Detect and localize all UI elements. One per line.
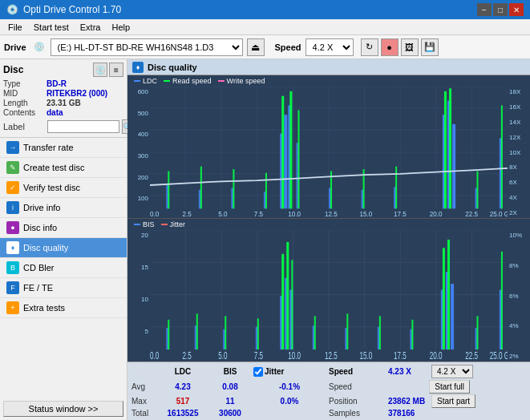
- svg-rect-33: [233, 169, 234, 208]
- disc-length-row: Length 23.31 GB: [3, 99, 123, 107]
- nav-extra-tests[interactable]: + Extra tests: [0, 298, 127, 318]
- start-full-btn-wrap: Start full: [388, 380, 470, 394]
- avg-speed-label: Speed: [329, 382, 385, 391]
- speed-dropdown-select[interactable]: 4.2 X: [431, 365, 473, 378]
- data-header-bis: BIS: [210, 367, 250, 376]
- svg-rect-32: [200, 167, 202, 209]
- svg-rect-20: [284, 115, 287, 208]
- bottom-chart-svg: 0.0 2.5 5.0 7.5 10.0 12.5 15.0 17.5 20.0…: [150, 230, 508, 361]
- jitter-legend-dot: [161, 224, 168, 225]
- bottom-y-axis-left: 20 15 10 5: [127, 230, 150, 361]
- disc-label-input[interactable]: [47, 120, 119, 133]
- svg-text:10.0: 10.0: [288, 350, 301, 361]
- total-ldc: 1613525: [159, 409, 207, 418]
- sidebar: Disc 💿 ≡ Type BD-R MID RITEKBR2 (000) Le…: [0, 59, 127, 420]
- ldc-legend-label: LDC: [143, 77, 157, 85]
- nav-disc-info[interactable]: ● Disc info: [0, 218, 127, 238]
- menu-extra[interactable]: Extra: [75, 22, 106, 33]
- toolbar-icon-4[interactable]: 💾: [421, 38, 439, 56]
- svg-text:5.0: 5.0: [218, 209, 227, 218]
- read-legend-label: Read speed: [172, 77, 212, 85]
- svg-rect-96: [443, 248, 445, 349]
- svg-text:7.5: 7.5: [254, 209, 263, 218]
- toolbar-icon-3[interactable]: 🖼: [401, 38, 419, 56]
- minimize-button[interactable]: −: [477, 3, 492, 16]
- bottom-chart-area: 20 15 10 5: [127, 230, 530, 361]
- svg-text:25.0 GB: 25.0 GB: [490, 350, 508, 361]
- svg-rect-36: [289, 91, 292, 208]
- svg-rect-35: [281, 96, 284, 209]
- jitter-checkbox[interactable]: [253, 367, 263, 377]
- avg-jitter: -0.1%: [253, 382, 326, 391]
- disc-contents-value: data: [47, 108, 63, 117]
- svg-text:25.0 GB: 25.0 GB: [490, 209, 508, 218]
- svg-rect-92: [314, 316, 316, 349]
- menu-help[interactable]: Help: [107, 22, 135, 33]
- svg-rect-44: [501, 105, 503, 208]
- start-part-button[interactable]: Start part: [431, 394, 475, 408]
- svg-text:10.0: 10.0: [288, 209, 301, 218]
- svg-rect-87: [225, 316, 226, 349]
- disc-length-label: Length: [3, 99, 45, 107]
- create-test-icon: ✎: [6, 161, 19, 174]
- drive-toolbar: Drive 💿 (E:) HL-DT-ST BD-RE WH16NS48 1.D…: [0, 35, 530, 59]
- toolbar-icon-1[interactable]: ↻: [361, 38, 378, 56]
- avg-ldc: 4.23: [159, 382, 207, 391]
- nav-transfer-rate[interactable]: → Transfer rate: [0, 138, 127, 158]
- nav-drive-info-label: Drive info: [23, 203, 60, 212]
- status-window-button[interactable]: Status window >>: [3, 401, 123, 417]
- nav-drive-info[interactable]: i Drive info: [0, 198, 127, 218]
- svg-text:22.5: 22.5: [465, 350, 478, 361]
- svg-rect-85: [168, 320, 169, 349]
- top-y-axis-right: 18X 16X 14X 12X 10X 8X 6X 4X 2X: [508, 87, 530, 218]
- svg-text:7.5: 7.5: [254, 350, 264, 361]
- menu-start-test[interactable]: Start test: [29, 22, 74, 33]
- svg-text:12.5: 12.5: [325, 209, 338, 218]
- svg-text:0.0: 0.0: [150, 209, 159, 218]
- maximize-button[interactable]: □: [493, 3, 508, 16]
- nav-disc-quality[interactable]: ♦ Disc quality: [0, 238, 127, 258]
- disc-icon-2[interactable]: ≡: [109, 63, 123, 77]
- max-position-label: Position: [329, 397, 385, 406]
- drive-icon: 💿: [34, 42, 45, 52]
- top-chart-svg: 0.0 2.5 5.0 7.5 10.0 12.5 15.0 17.5 20.0…: [150, 87, 508, 218]
- nav-verify-test[interactable]: ✓ Verify test disc: [0, 178, 127, 198]
- nav-fe-te[interactable]: F FE / TE: [0, 278, 127, 298]
- data-speed-value-header: 4.23 X: [388, 367, 428, 376]
- nav-cd-bler[interactable]: B CD Bler: [0, 258, 127, 278]
- top-y-axis-left: 600 500 400 300 200 100: [127, 87, 150, 218]
- disc-icon-1[interactable]: 💿: [93, 63, 107, 77]
- disc-contents-row: Contents data: [3, 108, 123, 117]
- avg-label: Avg: [131, 382, 156, 391]
- menu-file[interactable]: File: [3, 22, 27, 33]
- disc-length-value: 23.31 GB: [47, 99, 81, 107]
- start-full-button[interactable]: Start full: [429, 380, 470, 394]
- eject-button[interactable]: ⏏: [247, 38, 265, 56]
- bis-legend-dot: [134, 224, 140, 225]
- total-label: Total: [131, 409, 156, 418]
- max-position-value: 23862 MB: [388, 397, 428, 406]
- nav-create-test[interactable]: ✎ Create test disc: [0, 158, 127, 178]
- disc-mid-value: RITEKBR2 (000): [47, 89, 107, 98]
- bis-legend-label: BIS: [143, 220, 155, 228]
- svg-rect-94: [379, 316, 381, 349]
- speed-select[interactable]: 4.2 X: [305, 38, 354, 56]
- disc-contents-label: Contents: [3, 108, 45, 117]
- svg-text:5.0: 5.0: [218, 350, 228, 361]
- disc-label-label: Label: [3, 122, 45, 131]
- drive-select[interactable]: (E:) HL-DT-ST BD-RE WH16NS48 1.D3: [51, 38, 243, 56]
- data-avg-row: Avg 4.23 0.08 -0.1% Speed Start full: [131, 380, 526, 394]
- svg-text:12.5: 12.5: [325, 350, 338, 361]
- svg-rect-86: [196, 313, 198, 349]
- data-total-row: Total 1613525 30600 Samples 378166: [131, 409, 526, 418]
- disc-quality-icon: ♦: [6, 241, 19, 254]
- top-chart-area: 600 500 400 300 200 100: [127, 87, 530, 218]
- title-bar: 💿 Opti Drive Control 1.70 − □ ✕: [0, 0, 530, 19]
- nav-cd-bler-label: CD Bler: [23, 263, 55, 273]
- max-ldc: 517: [159, 397, 207, 406]
- svg-rect-99: [501, 252, 503, 349]
- close-button[interactable]: ✕: [509, 3, 524, 16]
- toolbar-icon-2[interactable]: ●: [381, 38, 399, 56]
- svg-text:17.5: 17.5: [394, 209, 407, 218]
- svg-rect-28: [452, 124, 455, 208]
